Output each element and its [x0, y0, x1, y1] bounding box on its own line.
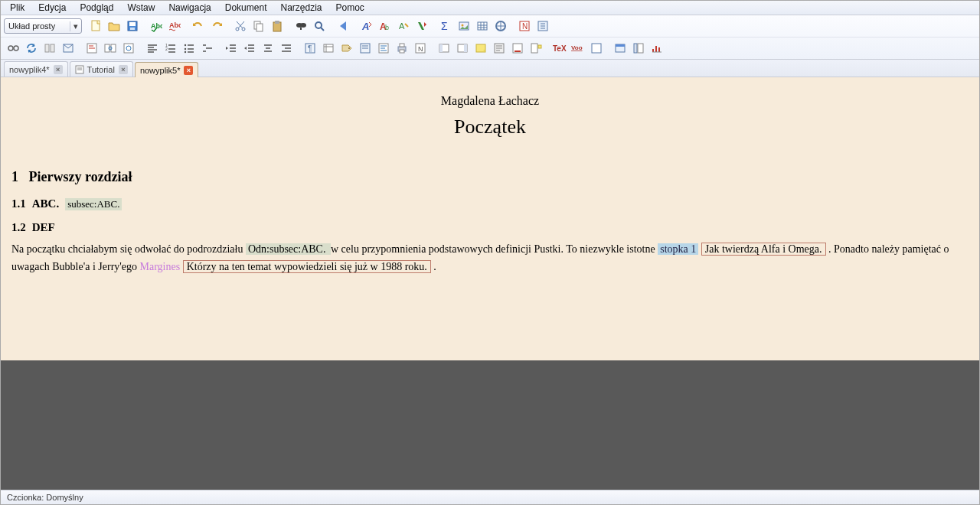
history-button[interactable]: [120, 40, 137, 57]
label-inset[interactable]: subsec:ABC.: [65, 198, 122, 210]
marginnote-content[interactable]: Którzy na ten temat wypowiedzieli się ju…: [183, 260, 431, 273]
marginnote-button[interactable]: [528, 40, 544, 57]
compare-button[interactable]: [102, 40, 119, 57]
search-button[interactable]: [311, 18, 328, 34]
format-emphasize-button[interactable]: A: [358, 18, 375, 34]
close-icon[interactable]: ×: [184, 66, 193, 75]
note-button[interactable]: N: [412, 40, 429, 57]
section-button[interactable]: [357, 40, 374, 57]
ert-button[interactable]: [588, 40, 605, 57]
footnote-marker[interactable]: stopka 1: [658, 243, 698, 255]
svg-text:A: A: [399, 21, 405, 31]
spellcheck-toggle-button[interactable]: Abc: [166, 18, 183, 34]
menu-edit[interactable]: Edycja: [32, 2, 74, 13]
menu-navigate[interactable]: Nawigacja: [162, 2, 218, 13]
find-button[interactable]: [292, 18, 309, 34]
copy-button[interactable]: [250, 18, 267, 34]
document-icon: [75, 65, 84, 74]
layout-combo[interactable]: Układ prosty ▾: [4, 18, 82, 34]
cut-button[interactable]: [232, 18, 249, 34]
description-list-button[interactable]: [199, 40, 216, 57]
body-text: w celu przypomnienia podstawowych defini…: [331, 243, 658, 255]
close-icon[interactable]: ×: [54, 65, 63, 74]
tab-label: Tutorial: [87, 65, 115, 74]
spellcheck-button[interactable]: Abc: [148, 18, 165, 34]
svg-text:2: 2: [165, 47, 168, 51]
tex-button[interactable]: TeX: [551, 40, 568, 57]
dialog-button[interactable]: [612, 40, 629, 57]
new-file-button[interactable]: [87, 18, 104, 34]
frame-button[interactable]: [320, 40, 337, 57]
subsection-title: DEF: [32, 221, 55, 234]
footnote-button[interactable]: [509, 40, 526, 57]
menu-view[interactable]: Podgląd: [74, 2, 121, 13]
indent-less-button[interactable]: [241, 40, 258, 57]
svg-rect-69: [638, 44, 643, 53]
toolbar-area: Układ prosty ▾ Abc Abc A Ab A: [1, 15, 979, 60]
tab-nowyplik4[interactable]: nowyplik4* ×: [4, 61, 68, 77]
view-master-button[interactable]: [41, 40, 58, 57]
box-right-button[interactable]: [454, 40, 471, 57]
view-toggle-button[interactable]: [5, 40, 21, 57]
save-button[interactable]: [124, 18, 141, 34]
insert-image-button[interactable]: [456, 18, 472, 34]
track-changes-button[interactable]: [83, 40, 100, 57]
align-center-button[interactable]: [260, 40, 276, 57]
layout-combo-label: Układ prosty: [8, 21, 55, 31]
outline-pane-button[interactable]: [630, 40, 647, 57]
svg-point-46: [348, 47, 350, 49]
menu-document[interactable]: Dokument: [219, 2, 275, 13]
math-sum-button[interactable]: Σ: [437, 18, 454, 34]
svg-rect-30: [51, 44, 54, 52]
insert-table-button[interactable]: [474, 18, 491, 34]
box-left-button[interactable]: [436, 40, 452, 57]
redo-button[interactable]: [208, 18, 225, 34]
run-button[interactable]: [413, 18, 430, 34]
indent-more-button[interactable]: [223, 40, 240, 57]
toc-button[interactable]: [375, 40, 392, 57]
bullet-list-button[interactable]: [181, 40, 198, 57]
svg-point-42: [185, 51, 186, 53]
crossref-inset[interactable]: Odn:subsec:ABC.: [246, 243, 331, 255]
insert-crossref-button[interactable]: [534, 18, 551, 34]
stats-button[interactable]: [648, 40, 665, 57]
refresh-button[interactable]: [23, 40, 40, 57]
menu-help[interactable]: Pomoc: [330, 2, 372, 13]
sticky-note-button[interactable]: [472, 40, 489, 57]
tab-tutorial[interactable]: Tutorial ×: [70, 61, 133, 77]
svg-rect-51: [400, 50, 404, 53]
number-list-button[interactable]: 12: [162, 40, 179, 57]
align-right-button[interactable]: [278, 40, 295, 57]
undo-button[interactable]: [190, 18, 207, 34]
insert-link-button[interactable]: [492, 18, 509, 34]
svg-point-41: [185, 48, 186, 50]
comment-button[interactable]: [491, 40, 508, 57]
menu-tools[interactable]: Narzędzia: [274, 2, 329, 13]
svg-rect-45: [324, 44, 333, 52]
toolbar-row-1: Układ prosty ▾ Abc Abc A Ab A: [1, 15, 979, 37]
tab-label: nowyplik5*: [140, 66, 181, 75]
print-button[interactable]: [394, 40, 410, 57]
paste-button[interactable]: [269, 18, 286, 34]
paragraph-button[interactable]: ¶: [302, 40, 318, 57]
insert-text-button[interactable]: A: [395, 18, 412, 34]
marginnote-marker[interactable]: Margines: [140, 261, 181, 272]
close-icon[interactable]: ×: [119, 65, 128, 74]
svg-rect-62: [538, 45, 541, 48]
format-noun-button[interactable]: Ab: [377, 18, 394, 34]
svg-rect-36: [124, 44, 133, 53]
menu-file[interactable]: Plik: [4, 2, 32, 13]
status-font-label: Czcionka: Domyślny: [7, 493, 83, 502]
tab-nowyplik5[interactable]: nowyplik5* ×: [135, 62, 199, 77]
align-left-button[interactable]: [144, 40, 161, 57]
preamble-button[interactable]: Voo: [570, 40, 586, 57]
document-page[interactable]: Magdalena Łachacz Początek 1 Pierwszy ro…: [1, 77, 979, 360]
open-file-button[interactable]: [106, 18, 122, 34]
footnote-content[interactable]: Jak twierdzą Alfa i Omega.: [701, 243, 826, 256]
insert-citation-button[interactable]: N: [516, 18, 533, 34]
svg-text:N: N: [522, 22, 528, 31]
label-button[interactable]: [338, 40, 355, 57]
view-outline-button[interactable]: [60, 40, 77, 57]
menu-insert[interactable]: Wstaw: [121, 2, 162, 13]
nav-back-button[interactable]: [335, 18, 351, 34]
